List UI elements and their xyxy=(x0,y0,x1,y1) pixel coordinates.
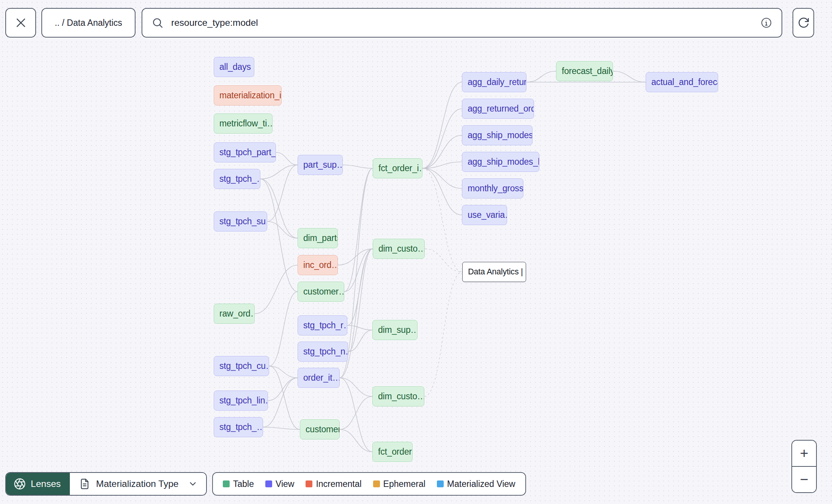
graph-edge xyxy=(343,165,373,169)
legend-label: Materialized View xyxy=(447,479,515,489)
lens-selector-label: Materialization Type xyxy=(96,479,178,489)
graph-node-stg_tpch_su[interactable]: stg_tpch_su… xyxy=(214,211,267,232)
graph-edge xyxy=(425,249,462,272)
graph-edge xyxy=(348,249,373,352)
graph-node-metricflow_ti[interactable]: metricflow_ti… xyxy=(214,113,273,134)
graph-node-agg_returned[interactable]: agg_returned_orde… xyxy=(462,99,534,119)
graph-node-use_varia[interactable]: use_varia… xyxy=(462,205,507,225)
graph-node-order_it[interactable]: order_it… xyxy=(298,368,340,388)
graph-edge xyxy=(526,71,556,82)
graph-edge xyxy=(255,265,298,314)
lens-selector[interactable]: Materialization Type xyxy=(70,473,206,495)
graph-node-customer_a[interactable]: customer… xyxy=(298,282,344,302)
legend-swatch xyxy=(223,480,230,487)
graph-node-data_analytics[interactable]: Data Analytics | … xyxy=(462,262,526,282)
legend-label: Incremental xyxy=(316,479,361,489)
close-button[interactable] xyxy=(5,8,36,38)
graph-edge xyxy=(260,165,298,179)
graph-node-materialization_i[interactable]: materialization_i… xyxy=(214,85,282,106)
graph-edge xyxy=(340,378,372,452)
graph-node-stg_tpch_b[interactable]: stg_tpch_… xyxy=(214,417,263,437)
zoom-out-button[interactable]: − xyxy=(792,467,816,492)
graph-edge xyxy=(613,71,646,82)
search-bar[interactable] xyxy=(142,8,782,38)
graph-node-stg_tpch_r[interactable]: stg_tpch_r… xyxy=(298,315,347,335)
legend-swatch xyxy=(437,480,444,487)
graph-edge xyxy=(260,179,298,292)
search-input[interactable] xyxy=(170,17,753,28)
lenses-button[interactable]: Lenses xyxy=(6,473,70,495)
graph-node-agg_ship_ha[interactable]: agg_ship_modes_ha… xyxy=(462,152,539,172)
graph-node-stg_tpch_part[interactable]: stg_tpch_part_… xyxy=(214,142,276,162)
legend-label: Table xyxy=(233,479,254,489)
graph-edge xyxy=(422,169,462,189)
graph-edge xyxy=(268,378,298,401)
aperture-icon xyxy=(14,478,26,490)
lineage-canvas[interactable]: all_daysmaterialization_i…metricflow_ti…… xyxy=(0,0,832,504)
graph-node-forecast_daily[interactable]: forecast_daily… xyxy=(556,61,613,81)
zoom-in-button[interactable]: + xyxy=(792,441,816,466)
graph-node-dim_parts[interactable]: dim_parts xyxy=(298,228,338,248)
graph-node-all_days[interactable]: all_days xyxy=(214,57,254,77)
graph-edge xyxy=(422,169,462,215)
graph-edge xyxy=(276,153,298,165)
graph-edge xyxy=(269,366,300,430)
graph-node-stg_tpch_a[interactable]: stg_tpch_… xyxy=(214,169,260,189)
legend-label: Ephemeral xyxy=(383,479,425,489)
search-icon xyxy=(151,17,164,29)
legend-item: Incremental xyxy=(306,479,361,489)
legend-item: Table xyxy=(223,479,254,489)
lenses-label: Lenses xyxy=(31,479,61,489)
graph-edge xyxy=(340,397,372,430)
graph-node-dim_custo_a[interactable]: dim_custo… xyxy=(373,239,425,259)
graph-edge xyxy=(424,272,462,397)
legend-item: View xyxy=(265,479,294,489)
graph-edge xyxy=(422,162,462,169)
graph-edge xyxy=(422,135,462,169)
graph-edge xyxy=(347,326,372,330)
graph-node-dim_custo_b[interactable]: dim_custo… xyxy=(372,386,424,406)
breadcrumb[interactable]: .. / Data Analytics xyxy=(41,8,136,38)
legend-swatch xyxy=(306,480,312,487)
close-icon xyxy=(14,16,27,29)
graph-edge xyxy=(263,378,298,427)
zoom-controls: + − xyxy=(791,440,817,493)
graph-node-actual_forecast[interactable]: actual_and_foreca… xyxy=(646,72,718,92)
graph-node-stg_tpch_cu[interactable]: stg_tpch_cu… xyxy=(214,356,269,376)
legend-item: Materialized View xyxy=(437,479,515,489)
graph-node-agg_daily[interactable]: agg_daily_retur… xyxy=(462,72,526,92)
graph-edge xyxy=(344,249,373,292)
graph-edge xyxy=(348,330,372,352)
graph-node-monthly_gross[interactable]: monthly_gross… xyxy=(462,178,523,198)
graph-node-part_sup[interactable]: part_sup… xyxy=(298,155,343,175)
graph-edge xyxy=(347,249,373,326)
graph-edge xyxy=(422,109,462,169)
graph-node-fct_orders[interactable]: fct_orders xyxy=(372,442,413,462)
graph-node-agg_ship_d[interactable]: agg_ship_modes_d… xyxy=(462,125,533,145)
graph-edge xyxy=(422,82,462,169)
document-icon xyxy=(79,478,90,490)
refresh-button[interactable] xyxy=(793,8,814,38)
graph-edge xyxy=(344,169,373,292)
graph-edge xyxy=(340,430,372,452)
graph-node-dim_sup[interactable]: dim_sup… xyxy=(372,320,418,340)
graph-node-inc_ord[interactable]: inc_ord… xyxy=(298,255,338,275)
refresh-icon xyxy=(797,17,810,29)
materialization-legend: TableViewIncrementalEphemeralMaterialize… xyxy=(212,472,526,496)
graph-node-raw_ord[interactable]: raw_ord… xyxy=(214,304,255,324)
graph-edge xyxy=(263,427,300,430)
graph-node-customer_b[interactable]: customer… xyxy=(300,419,340,439)
graph-edge xyxy=(269,366,298,378)
graph-edge xyxy=(340,378,372,397)
graph-edge xyxy=(269,292,298,366)
info-icon[interactable] xyxy=(760,17,772,29)
graph-edge xyxy=(422,169,462,272)
graph-node-fct_order_i[interactable]: fct_order_i… xyxy=(373,158,422,178)
lens-control: Lenses Materialization Type xyxy=(5,472,207,496)
graph-edge xyxy=(267,165,298,222)
breadcrumb-label: .. / Data Analytics xyxy=(55,18,122,28)
graph-node-stg_tpch_lin[interactable]: stg_tpch_lin… xyxy=(214,391,268,411)
graph-node-stg_tpch_n[interactable]: stg_tpch_n… xyxy=(298,342,348,362)
legend-label: View xyxy=(276,479,294,489)
graph-edge xyxy=(267,222,298,238)
